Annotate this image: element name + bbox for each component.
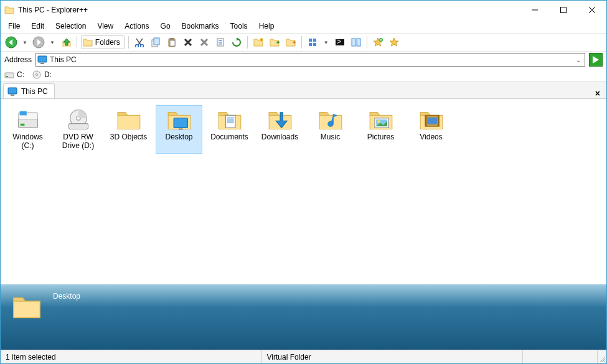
maximize-button[interactable]: [549, 1, 578, 19]
status-type: Virtual Folder: [262, 350, 524, 363]
tab-bar: This PC ×: [1, 82, 606, 99]
titlebar: This PC - Explorer++: [1, 1, 606, 19]
resize-gripper[interactable]: [598, 350, 606, 363]
item-label: Desktop: [165, 133, 192, 142]
app-icon: [4, 5, 14, 15]
bookmarks-button[interactable]: [387, 35, 401, 49]
paste-button[interactable]: [165, 35, 179, 49]
folder-video-icon: [419, 108, 444, 131]
status-selection: 1 item selected: [1, 350, 262, 363]
item-label: Documents: [210, 133, 248, 142]
folder-doc-icon: [217, 108, 242, 131]
add-bookmark-button[interactable]: [371, 35, 385, 49]
window-title: This PC - Explorer++: [18, 6, 520, 14]
hdd-icon: [16, 108, 40, 131]
menu-file[interactable]: File: [3, 21, 25, 32]
copy-to-button[interactable]: [268, 35, 281, 49]
properties-button[interactable]: [214, 35, 227, 49]
item-windows-c-[interactable]: Windows (C:): [4, 105, 51, 154]
up-button[interactable]: [59, 35, 73, 49]
separator: [128, 36, 129, 49]
item-label: Downloads: [261, 133, 298, 142]
menu-help[interactable]: Help: [254, 21, 280, 32]
item-desktop[interactable]: Desktop: [156, 105, 202, 154]
folder-down-icon: [268, 108, 293, 131]
item-label: Music: [321, 133, 340, 142]
pc-icon: [37, 55, 47, 65]
item-label: Windows (C:): [6, 133, 49, 151]
drive-c[interactable]: C:: [4, 70, 24, 80]
item-label: Videos: [420, 133, 442, 142]
folders-pane-toggle[interactable]: Folders: [81, 35, 125, 49]
address-label: Address: [4, 55, 32, 64]
item-downloads[interactable]: Downloads: [256, 105, 303, 154]
item-label: DVD RW Drive (D:): [57, 133, 100, 151]
item-dvd-rw-drive-d-[interactable]: DVD RW Drive (D:): [55, 105, 101, 154]
item-pictures[interactable]: Pictures: [357, 105, 404, 154]
folder-desktop-icon: [167, 108, 192, 131]
pc-icon: [7, 86, 17, 96]
item-label: 3D Objects: [110, 133, 147, 142]
toolbar: ▼ ▼ Folders ▼: [1, 33, 606, 52]
menu-view[interactable]: View: [92, 21, 118, 32]
separator: [77, 36, 77, 49]
menu-selection[interactable]: Selection: [50, 21, 91, 32]
svg-rect-49: [561, 7, 567, 13]
separator: [367, 36, 367, 49]
minimize-button[interactable]: [520, 1, 549, 19]
drive-d[interactable]: D:: [32, 70, 52, 80]
close-button[interactable]: [578, 1, 606, 19]
folder-music-icon: [318, 108, 343, 131]
tab-this-pc[interactable]: This PC: [3, 83, 55, 98]
item-label: Pictures: [367, 133, 394, 142]
menu-go[interactable]: Go: [156, 21, 176, 32]
file-listing[interactable]: Windows (C:)DVD RW Drive (D:)3D ObjectsD…: [1, 99, 606, 284]
status-right: [523, 350, 598, 363]
folders-label: Folders: [95, 38, 120, 47]
menubar: FileEditSelectionViewActionsGoBookmarksT…: [1, 19, 606, 33]
menu-actions[interactable]: Actions: [120, 21, 154, 32]
folder-pic-icon: [369, 108, 393, 131]
views-dropdown[interactable]: ▼: [322, 40, 331, 45]
item-videos[interactable]: Videos: [408, 105, 454, 154]
separator: [301, 36, 302, 49]
item-music[interactable]: Music: [307, 105, 354, 154]
forward-button[interactable]: [32, 35, 45, 49]
close-tab-button[interactable]: ×: [595, 88, 600, 98]
menu-tools[interactable]: Tools: [225, 21, 253, 32]
address-input[interactable]: [50, 55, 573, 64]
delete-button[interactable]: [181, 35, 195, 49]
menu-edit[interactable]: Edit: [26, 21, 49, 32]
forward-history-dropdown[interactable]: ▼: [48, 40, 57, 45]
go-button[interactable]: [589, 53, 603, 67]
cut-button[interactable]: [133, 35, 146, 49]
drives-bar: C:D:: [1, 68, 606, 82]
new-folder-button[interactable]: [252, 35, 265, 49]
back-history-dropdown[interactable]: ▼: [21, 40, 29, 45]
address-dropdown[interactable]: ⌄: [573, 57, 583, 63]
status-bar: 1 item selected Virtual Folder: [1, 350, 606, 363]
back-button[interactable]: [4, 35, 18, 49]
disc-icon: [66, 108, 91, 131]
item-documents[interactable]: Documents: [206, 105, 253, 154]
disc-icon: [32, 70, 42, 80]
views-button[interactable]: [306, 35, 319, 49]
details-pane: Desktop: [1, 284, 606, 350]
copy-button[interactable]: [149, 35, 162, 49]
address-box[interactable]: ⌄: [35, 53, 585, 67]
command-prompt-button[interactable]: [333, 35, 347, 49]
hdd-icon: [4, 70, 14, 80]
split-view-button[interactable]: [349, 35, 363, 49]
folder-icon: [116, 108, 141, 131]
delete-permanent-button[interactable]: [197, 35, 211, 49]
refresh-button[interactable]: [230, 35, 243, 49]
separator: [247, 36, 248, 49]
menu-bookmarks[interactable]: Bookmarks: [177, 21, 224, 32]
details-name: Desktop: [53, 292, 80, 301]
address-bar: Address ⌄: [1, 52, 606, 68]
tab-label: This PC: [21, 87, 48, 96]
move-to-button[interactable]: [284, 35, 298, 49]
app-window: This PC - Explorer++ FileEditSelectionVi…: [0, 0, 607, 364]
item-3d-objects[interactable]: 3D Objects: [105, 105, 152, 154]
folder-icon: [12, 292, 42, 320]
